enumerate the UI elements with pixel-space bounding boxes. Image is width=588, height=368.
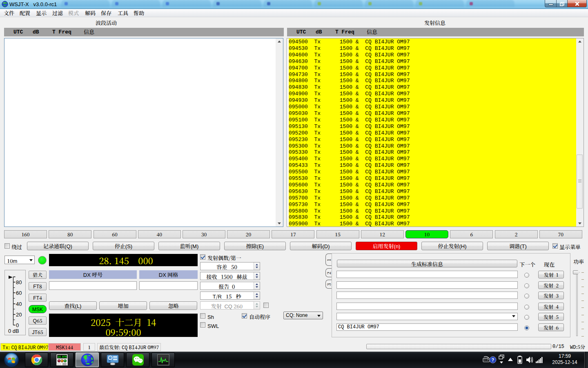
svg-text:40: 40: [16, 301, 22, 307]
svg-text:80: 80: [16, 279, 22, 285]
svg-text:0: 0: [16, 322, 19, 328]
svg-text:?: ?: [492, 357, 494, 362]
svg-text:20: 20: [16, 312, 22, 318]
svg-text:60: 60: [16, 290, 22, 296]
svg-text:0 dB: 0 dB: [8, 328, 19, 334]
